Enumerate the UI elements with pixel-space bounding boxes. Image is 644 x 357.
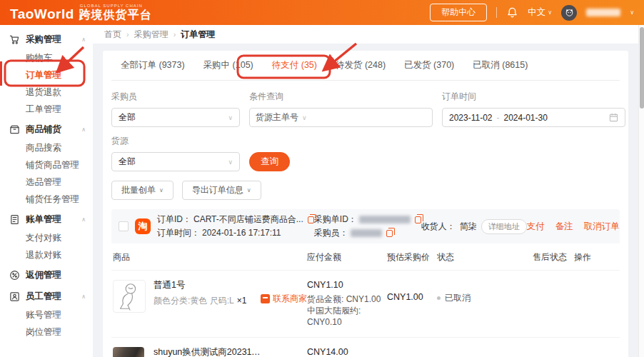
contact-seller-link[interactable]: 联系商家	[261, 293, 307, 305]
sidebar-item-account-management[interactable]: 账号管理	[0, 306, 93, 323]
col-aftersale: 售后状态	[533, 251, 574, 263]
sidebar-section-billing[interactable]: 账单管理 ∧	[0, 210, 93, 229]
purchase-id-label: 采购单ID：	[314, 214, 357, 225]
username-redacted	[586, 9, 620, 16]
chevron-down-icon: ∨	[228, 159, 233, 166]
table-header: 商品 应付金额 预估采购价 状态 售后状态 操作	[111, 243, 620, 270]
help-center-button[interactable]: 帮助中心	[430, 4, 487, 21]
buyer-select[interactable]: 全部 ∨	[111, 108, 240, 127]
col-estimate: 预估采购价	[387, 251, 437, 263]
tab-all-orders[interactable]: 全部订单 (9373)	[111, 51, 194, 80]
copy-icon[interactable]	[386, 230, 393, 237]
sidebar-section-staff[interactable]: 员工管理 ∧	[0, 287, 93, 306]
pay-link[interactable]: 支付	[527, 221, 545, 233]
order-time-label: 订单时间：	[157, 228, 200, 238]
sidebar-section-product-listing[interactable]: 商品铺货 ∧	[0, 120, 93, 139]
chevron-down-icon: ∨	[247, 187, 251, 193]
copy-icon[interactable]	[415, 216, 421, 223]
table-row: shuyun换供测试商20231127-1... 尺寸:160/80Addd 颜…	[111, 337, 620, 357]
orders-panel: 全部订单 (9373) 采购中 (105) 待支付 (35) 待发货 (248)…	[103, 51, 628, 357]
chevron-down-icon[interactable]: ∨	[630, 9, 634, 16]
calendar-icon	[609, 113, 618, 122]
tab-cancelled[interactable]: 已取消 (8615)	[463, 51, 537, 80]
date-from[interactable]: 2023-11-02	[449, 113, 493, 123]
sidebar-item-cart[interactable]: 购物车	[0, 49, 93, 66]
col-action: 操作	[574, 251, 618, 263]
chevron-down-icon: ∨	[548, 9, 552, 16]
main-content: 首页 › 采购管理 › 订单管理 全部订单 (9373) 采购中 (105) 待…	[93, 25, 638, 357]
purchaser-label: 采购员：	[314, 228, 348, 238]
chevron-up-icon: ∧	[81, 293, 86, 300]
sidebar-nav: 采购管理 ∧ 购物车 订单管理 退货退款 工单管理 商品铺货 ∧ 商品搜索 铺货…	[0, 25, 93, 357]
note-link[interactable]: 备注	[555, 221, 573, 233]
breadcrumb-home[interactable]: 首页	[104, 29, 121, 41]
copy-icon[interactable]	[308, 216, 314, 223]
order-id-value: CART-不同店铺运费商品合...	[193, 214, 303, 225]
status-badge: 已取消	[437, 280, 533, 304]
order-date-range-picker[interactable]: 2023-11-02 - 2024-01-30	[442, 108, 625, 127]
sidebar-item-listing-tasks[interactable]: 铺货任务管理	[0, 191, 93, 208]
logo-tagline: GLOBAL SUPPLY CHAIN	[80, 4, 143, 8]
page-scrollbar[interactable]	[638, 25, 644, 357]
tab-pending-payment[interactable]: 待支付 (35)	[263, 51, 326, 80]
tab-pending-shipment[interactable]: 待发货 (248)	[326, 51, 395, 80]
purchaser-redacted	[351, 229, 382, 237]
table-row: 普通1号 颜色分类:黄色 尺码:L×1 联系商家 CNY1.10 货品金额: C…	[111, 270, 620, 337]
cancel-order-link[interactable]: 取消订单	[584, 221, 620, 233]
col-amount: 应付金额	[307, 251, 387, 263]
bulk-toolbar: 批量创单 ∨ 导出订单信息 ∨	[111, 181, 620, 200]
product-image-sketch[interactable]	[113, 280, 146, 313]
breadcrumb: 首页 › 采购管理 › 订单管理	[93, 25, 638, 44]
sidebar-item-listing-products[interactable]: 铺货商品管理	[0, 156, 93, 174]
sidebar-item-product-search[interactable]: 商品搜索	[0, 139, 93, 156]
order-checkbox[interactable]	[119, 221, 129, 231]
tab-purchasing[interactable]: 采购中 (105)	[194, 51, 263, 80]
user-avatar[interactable]	[561, 5, 577, 21]
chevron-down-icon: ∨	[228, 114, 233, 121]
sidebar-item-selection[interactable]: 选品管理	[0, 174, 93, 191]
product-image-photo[interactable]	[113, 347, 144, 357]
estimated-price: CNY5.00	[387, 347, 437, 357]
language-selector[interactable]: 中文 ∨	[528, 6, 552, 19]
sidebar-item-work-orders[interactable]: 工单管理	[0, 101, 93, 118]
chat-icon	[261, 294, 270, 303]
percent-icon	[9, 270, 20, 281]
sidebar-item-order-management[interactable]: 订单管理	[0, 66, 93, 84]
taobao-icon: 淘	[135, 218, 151, 234]
condition-type-select[interactable]: 货源主单号 ∨	[250, 111, 313, 124]
scrollbar-thumb[interactable]	[640, 27, 644, 109]
breadcrumb-current: 订单管理	[181, 29, 215, 41]
sidebar-item-refund-reconciliation[interactable]: 退款对账	[0, 246, 93, 263]
product-title[interactable]: shuyun换供测试商20231127-1...	[154, 347, 261, 357]
condition-search-input[interactable]	[313, 109, 432, 126]
product-spec: 颜色分类:黄色 尺码:L	[154, 296, 234, 306]
source-select[interactable]: 全部 ∨	[111, 152, 240, 171]
product-title[interactable]: 普通1号	[154, 280, 261, 291]
sidebar-item-payment-reconciliation[interactable]: 支付对账	[0, 229, 93, 246]
staff-icon	[9, 291, 20, 302]
app-logo: TaoWorld GLOBAL SUPPLY CHAIN 跨境供货平台	[10, 4, 152, 21]
breadcrumb-separator: ›	[173, 30, 176, 39]
date-to[interactable]: 2024-01-30	[504, 113, 548, 123]
source-filter-label: 货源	[111, 135, 240, 147]
chevron-up-icon: ∧	[81, 126, 86, 133]
col-product: 商品	[113, 251, 307, 263]
sidebar-section-commission[interactable]: 返佣管理	[0, 266, 93, 285]
search-button[interactable]: 查询	[249, 152, 290, 171]
product-qty: ×1	[237, 296, 247, 306]
chevron-down-icon: ∨	[302, 114, 307, 121]
sidebar-section-procurement[interactable]: 采购管理 ∧	[0, 30, 93, 49]
notification-bell-icon[interactable]	[506, 6, 518, 19]
breadcrumb-procurement[interactable]: 采购管理	[134, 29, 168, 41]
sidebar-item-returns[interactable]: 退货退款	[0, 84, 93, 101]
top-header: TaoWorld GLOBAL SUPPLY CHAIN 跨境供货平台 帮助中心…	[0, 0, 644, 25]
export-orders-button[interactable]: 导出订单信息 ∨	[182, 181, 261, 200]
sidebar-item-position-management[interactable]: 岗位管理	[0, 323, 93, 341]
order-time-label: 订单时间	[442, 91, 625, 103]
address-detail-button[interactable]: 详细地址	[481, 219, 527, 234]
logo-text-en: TaoWorld	[10, 7, 74, 21]
order-time-value: 2024-01-16 17:17:11	[202, 228, 281, 238]
tab-shipped[interactable]: 已发货 (370)	[395, 51, 463, 80]
chevron-up-icon: ∧	[81, 216, 86, 223]
batch-create-button[interactable]: 批量创单 ∨	[111, 181, 173, 200]
